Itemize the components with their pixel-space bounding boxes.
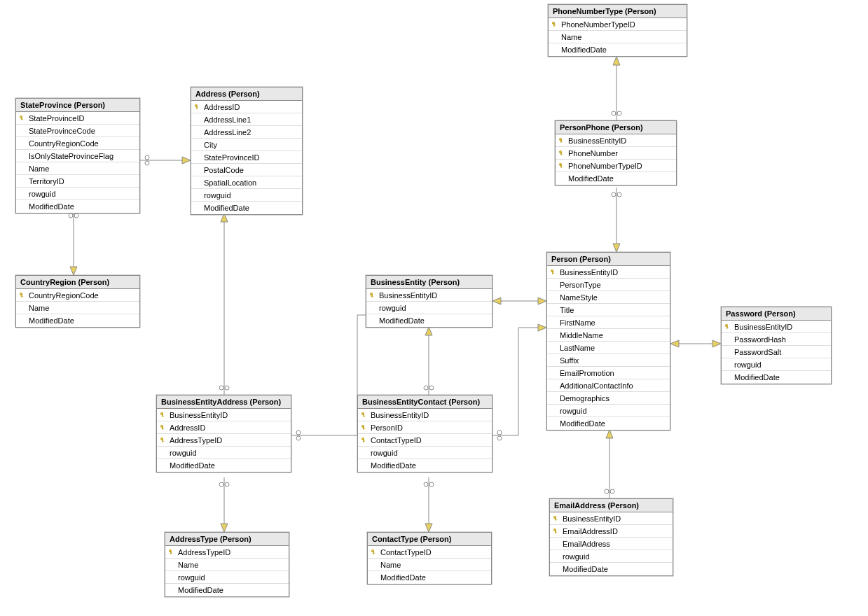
column-row: AddressLine2 <box>191 126 302 139</box>
column-name: CountryRegionCode <box>27 291 99 300</box>
entity-businessentityaddress[interactable]: BusinessEntityAddress (Person) BusinessE… <box>156 395 291 472</box>
svg-point-4 <box>74 214 78 218</box>
column-name: Name <box>27 164 49 173</box>
primary-key-icon <box>558 137 565 144</box>
primary-key-icon <box>369 292 376 298</box>
column-name: rowguid <box>561 552 590 561</box>
column-name: AdditionalContactInfo <box>558 382 633 390</box>
column-row: LastName <box>547 342 670 354</box>
entity-stateprovince[interactable]: StateProvince (Person) StateProvinceIDSt… <box>15 98 140 214</box>
column-name: City <box>202 141 217 149</box>
column-row: rowguid <box>165 571 289 584</box>
column-row: StateProvinceID <box>16 112 139 125</box>
column-row: MiddleName <box>547 329 670 342</box>
primary-key-icon <box>160 437 166 443</box>
column-row: Name <box>16 162 139 175</box>
primary-key-icon <box>168 549 174 555</box>
column-row: rowguid <box>16 188 139 200</box>
primary-key-icon <box>553 528 559 534</box>
svg-point-28 <box>612 111 616 115</box>
column-row: ModifiedDate <box>191 202 302 214</box>
svg-rect-42 <box>196 108 198 108</box>
svg-point-3 <box>69 214 73 218</box>
svg-rect-81 <box>363 428 364 429</box>
svg-marker-36 <box>606 430 613 438</box>
entity-contacttype[interactable]: ContactType (Person) ContactTypeIDNameMo… <box>367 532 492 584</box>
column-row: Title <box>547 304 670 316</box>
column-name: EmailPromotion <box>558 369 614 377</box>
column-name: BusinessEntityID <box>369 411 429 419</box>
column-row: rowguid <box>550 550 673 563</box>
entity-phonenumbertype[interactable]: PhoneNumberType (Person) PhoneNumberType… <box>548 4 687 57</box>
entity-personphone[interactable]: PersonPhone (Person) BusinessEntityIDPho… <box>555 120 677 186</box>
svg-marker-33 <box>613 244 620 252</box>
column-name: Name <box>27 304 49 312</box>
entity-businessentitycontact[interactable]: BusinessEntityContact (Person) BusinessE… <box>357 395 492 472</box>
column-name: ModifiedDate <box>733 373 780 382</box>
column-row: BusinessEntityID <box>358 409 492 421</box>
primary-key-icon <box>558 162 565 169</box>
column-name: SpatialLocation <box>202 178 256 187</box>
column-row: ContactTypeID <box>358 434 492 447</box>
column-row: EmailPromotion <box>547 367 670 379</box>
column-row: PhoneNumber <box>556 147 676 160</box>
svg-rect-72 <box>162 428 163 429</box>
svg-point-9 <box>296 430 301 435</box>
column-row: rowguid <box>366 302 492 314</box>
column-row: EmailAddressID <box>550 525 673 538</box>
svg-point-12 <box>219 482 223 486</box>
svg-rect-57 <box>560 167 562 167</box>
svg-marker-23 <box>538 324 546 331</box>
primary-key-icon <box>558 150 565 156</box>
column-row: Name <box>368 559 491 571</box>
svg-rect-45 <box>21 296 22 297</box>
entity-addresstype[interactable]: AddressType (Person) AddressTypeIDNamero… <box>165 532 289 597</box>
column-row: BusinessEntityID <box>366 289 492 302</box>
svg-marker-20 <box>425 524 432 532</box>
column-row: AddressLine1 <box>191 113 302 126</box>
column-name: rowguid <box>733 360 762 369</box>
svg-point-22 <box>497 436 502 440</box>
column-row: FirstName <box>547 316 670 329</box>
column-row: ModifiedDate <box>556 172 676 185</box>
column-name: ContactTypeID <box>379 548 432 556</box>
entity-countryregion[interactable]: CountryRegion (Person) CountryRegionCode… <box>15 275 140 328</box>
svg-point-34 <box>605 489 609 493</box>
svg-point-1 <box>145 155 149 160</box>
column-name: Suffix <box>558 356 579 365</box>
column-row: AddressID <box>157 421 291 434</box>
column-name: Name <box>379 561 401 569</box>
column-name: NameStyle <box>558 293 598 302</box>
entity-businessentity[interactable]: BusinessEntity (Person) BusinessEntityID… <box>366 275 492 328</box>
column-name: rowguid <box>27 190 56 198</box>
column-name: StateProvinceCode <box>27 127 95 135</box>
column-name: ModifiedDate <box>369 461 416 470</box>
column-name: PhoneNumberTypeID <box>567 162 642 170</box>
entity-person[interactable]: Person (Person) BusinessEntityIDPersonTy… <box>546 252 670 430</box>
svg-rect-84 <box>363 441 364 442</box>
svg-point-18 <box>424 482 428 486</box>
column-name: EmailAddress <box>561 540 610 548</box>
svg-rect-90 <box>373 553 374 554</box>
primary-key-icon <box>160 412 166 418</box>
column-name: PasswordHash <box>733 335 786 344</box>
column-name: Name <box>560 33 581 41</box>
svg-point-10 <box>296 436 301 440</box>
primary-key-icon <box>194 104 200 110</box>
entity-header: Address (Person) <box>191 88 302 101</box>
column-row: City <box>191 139 302 151</box>
column-row: ModifiedDate <box>549 43 687 56</box>
entity-emailaddress[interactable]: EmailAddress (Person) BusinessEntityIDEm… <box>549 498 673 576</box>
column-name: FirstName <box>558 318 595 327</box>
entity-header: CountryRegion (Person) <box>16 276 139 289</box>
column-name: Demographics <box>558 394 609 402</box>
column-row: TerritoryID <box>16 175 139 188</box>
entity-password[interactable]: Password (Person) BusinessEntityIDPasswo… <box>721 307 832 384</box>
entity-header: Password (Person) <box>722 307 831 321</box>
column-name: Name <box>177 561 198 569</box>
primary-key-icon <box>553 515 559 522</box>
entity-address[interactable]: Address (Person) AddressIDAddressLine1Ad… <box>191 87 303 215</box>
column-row: rowguid <box>722 358 831 371</box>
entity-header: PersonPhone (Person) <box>556 121 676 134</box>
entity-columns: BusinessEntityIDPersonIDContactTypeIDrow… <box>358 409 492 472</box>
